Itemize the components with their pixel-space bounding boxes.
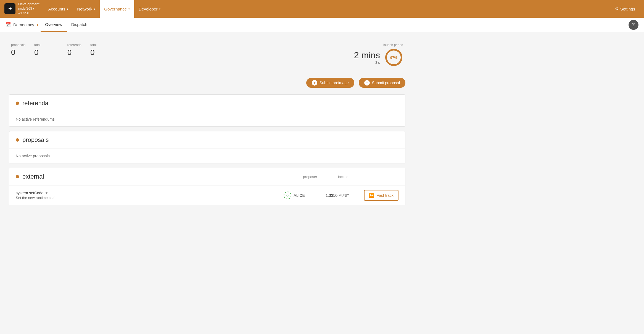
calendar-icon: 📅 xyxy=(6,22,11,27)
avatar-icon: ◌ xyxy=(286,194,289,197)
external-header: external proposer locked xyxy=(9,168,405,185)
external-row: system.setCode ▾ Set the new runtime cod… xyxy=(9,185,405,205)
launch-time: 2 mins 3 s xyxy=(354,50,380,65)
launch-progress-circle: 97% xyxy=(384,48,403,67)
logo-symbol: ✦ xyxy=(8,6,12,12)
referenda-total: total 0 xyxy=(90,43,97,57)
node-info: Development node/268 ▾ #1,358 xyxy=(18,2,39,15)
stats-row: proposals 0 total 0 referenda 0 total 0 … xyxy=(9,39,405,71)
proposals-stats: proposals 0 total 0 xyxy=(11,43,41,57)
top-navigation: ✦ Development node/268 ▾ #1,358 Accounts… xyxy=(0,0,644,18)
alice-avatar: ◌ xyxy=(284,192,291,199)
method-info: system.setCode ▾ Set the new runtime cod… xyxy=(16,191,273,200)
proposals-section: proposals No active proposals xyxy=(9,131,405,163)
main-content: proposals 0 total 0 referenda 0 total 0 … xyxy=(0,32,414,216)
nav-network[interactable]: Network ▾ xyxy=(73,0,100,18)
stats-divider xyxy=(54,48,54,62)
external-dot xyxy=(16,175,19,178)
node-label: node/268 ▾ xyxy=(18,7,39,11)
chevron-down-icon: ▾ xyxy=(67,7,68,10)
submit-preimage-button[interactable]: + Submit preimage xyxy=(306,78,354,88)
proposals-count: proposals 0 xyxy=(11,43,25,57)
fast-track-button[interactable]: ⏩ Fast track xyxy=(364,190,398,201)
settings-link[interactable]: ⚙ Settings xyxy=(611,6,640,11)
breadcrumb-separator: › xyxy=(36,21,38,28)
proposer-cell: ◌ ALICE xyxy=(278,192,311,199)
node-id: #1,358 xyxy=(18,11,39,16)
proposals-dot xyxy=(16,138,19,142)
proposer-col-label: proposer xyxy=(294,175,327,179)
action-buttons: + Submit preimage + Submit proposal xyxy=(9,78,405,88)
referenda-dot xyxy=(16,102,19,105)
fast-forward-icon: ⏩ xyxy=(369,193,374,198)
chevron-down-icon: ▾ xyxy=(33,7,35,10)
app-logo: ✦ xyxy=(4,3,15,14)
referenda-stats: referenda 0 total 0 xyxy=(67,43,97,57)
proposals-header: proposals xyxy=(9,131,405,149)
referenda-header: referenda xyxy=(9,95,405,112)
referenda-count: referenda 0 xyxy=(67,43,81,57)
referenda-body: No active referendums xyxy=(9,112,405,126)
tab-overview[interactable]: Overview xyxy=(41,18,67,32)
chevron-down-icon: ▾ xyxy=(159,7,160,10)
nav-developer[interactable]: Developer ▾ xyxy=(134,0,165,18)
locked-col-label: locked xyxy=(327,175,360,179)
locked-cell: 1.3350 MUNIT xyxy=(315,193,360,198)
external-title-area: external xyxy=(16,173,294,180)
proposals-total: total 0 xyxy=(34,43,41,57)
nav-governance[interactable]: Governance ▾ xyxy=(100,0,134,18)
nav-accounts[interactable]: Accounts ▾ xyxy=(44,0,73,18)
plus-icon: + xyxy=(312,80,317,86)
democracy-breadcrumb[interactable]: 📅 Democracy xyxy=(6,22,34,27)
chevron-down-icon[interactable]: ▾ xyxy=(46,191,47,195)
plus-icon: + xyxy=(364,80,370,86)
dev-label: Development xyxy=(18,2,39,7)
chevron-down-icon: ▾ xyxy=(128,7,130,10)
chevron-down-icon: ▾ xyxy=(94,7,95,10)
tab-dispatch[interactable]: Dispatch xyxy=(67,18,92,32)
launch-period: launch period 2 mins 3 s 97% xyxy=(354,43,403,67)
external-section: external proposer locked system.setCode … xyxy=(9,168,405,205)
proposals-body: No active proposals xyxy=(9,149,405,163)
logo-area[interactable]: ✦ Development node/268 ▾ #1,358 xyxy=(4,2,39,15)
method-name: system.setCode ▾ xyxy=(16,191,273,195)
gear-icon: ⚙ xyxy=(615,6,619,11)
referenda-section: referenda No active referendums xyxy=(9,94,405,127)
submit-proposal-button[interactable]: + Submit proposal xyxy=(359,78,405,88)
help-button[interactable]: ? xyxy=(629,20,638,30)
launch-time-row: 2 mins 3 s 97% xyxy=(354,48,403,67)
tab-bar: 📅 Democracy › Overview Dispatch ? xyxy=(0,18,644,32)
